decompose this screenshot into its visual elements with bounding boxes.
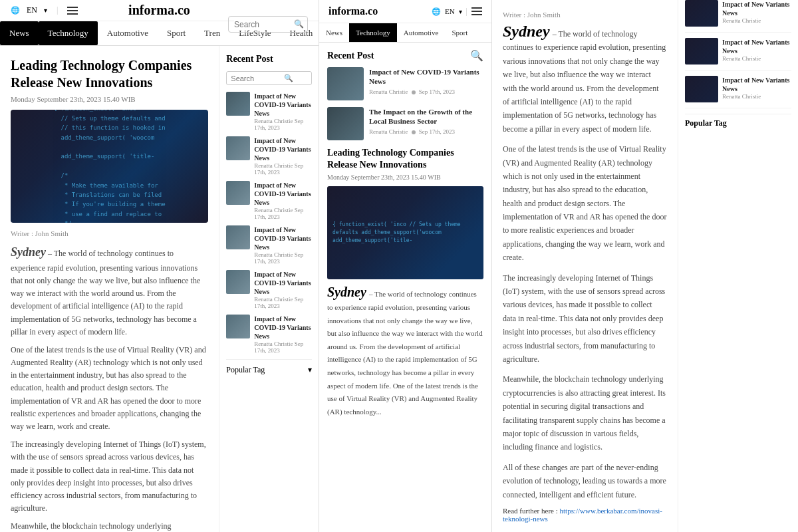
sidebar-news-title-2[interactable]: Impact of New Variants News xyxy=(722,38,791,55)
list-item: Impact of New COVID-19 Variants News Ren… xyxy=(226,270,312,309)
nav-mid-technology[interactable]: Technology xyxy=(349,23,397,42)
nav-item-tren[interactable]: Tren xyxy=(195,21,229,45)
article-body-left: Sydney – The world of technology continu… xyxy=(11,243,208,532)
article-body2-left: One of the latest trends is the use of V… xyxy=(11,344,208,433)
news-thumb-1 xyxy=(226,92,250,116)
recent-post-title-mid: Recent Post xyxy=(327,51,374,61)
news-info-3: Impact of New COVID-19 Variants News Ren… xyxy=(254,181,312,220)
article-body1-left: – The world of technology continues to e… xyxy=(11,249,200,336)
news-meta-5: Renatta Christie Sep 17th, 2023 xyxy=(254,296,312,309)
mid-news-info-2: The Impact on the Growth of the Local Bu… xyxy=(369,107,483,135)
sidebar-news-meta-3: Renatta Christie xyxy=(722,93,791,100)
hero-image-left: { function_exist( 'inco // Sets up theme… xyxy=(11,110,208,223)
sidebar-thumb-2 xyxy=(685,38,718,65)
sidebar-search-left[interactable]: 🔍 xyxy=(226,71,312,85)
news-title-1[interactable]: Impact of New COVID-19 Variants News xyxy=(254,92,312,118)
news-title-5[interactable]: Impact of New COVID-19 Variants News xyxy=(254,270,312,296)
mid-article-title: Leading Technology Companies Release New… xyxy=(327,147,483,171)
news-title-2[interactable]: Impact of New COVID-19 Variants News xyxy=(254,136,312,162)
popular-tag-chevron-icon xyxy=(305,365,312,375)
news-thumb-4 xyxy=(226,225,250,249)
mid-news-thumb-2 xyxy=(327,107,364,140)
sidebar-title-left: Recent Post xyxy=(226,54,312,65)
right-main-article: Writer : John Smith Sydney – The world o… xyxy=(492,0,678,532)
lang-selector[interactable]: EN xyxy=(27,5,37,15)
code-overlay-left: { function_exist( 'inco // Sets up theme… xyxy=(11,110,208,223)
nav-item-technology[interactable]: Technology xyxy=(39,21,98,45)
logo-left: informa.co xyxy=(128,3,190,18)
mid-news-title-2[interactable]: The Impact on the Growth of the Local Bu… xyxy=(369,107,483,126)
mid-news-title-1[interactable]: Impact of New COVID-19 Variants News xyxy=(369,67,483,86)
news-title-4[interactable]: Impact of New COVID-19 Variants News xyxy=(254,225,312,251)
lang-mid[interactable]: EN xyxy=(445,7,455,15)
left-content: Leading Technology Companies Release New… xyxy=(0,46,319,532)
news-info-1: Impact of New COVID-19 Variants News Ren… xyxy=(254,92,312,131)
nav-mid-news[interactable]: News xyxy=(319,23,349,42)
nav-item-sport[interactable]: Sport xyxy=(158,21,195,45)
news-title-3[interactable]: Impact of New COVID-19 Variants News xyxy=(254,181,312,207)
popular-tag-left[interactable]: Popular Tag xyxy=(226,359,312,380)
nav-mid-automotive[interactable]: Automotive xyxy=(397,23,446,42)
right-body2: One of the latest trends is the use of V… xyxy=(503,142,667,265)
sidebar-search-icon-left: 🔍 xyxy=(284,74,293,82)
list-item: Impact of New COVID-19 Variants News Ren… xyxy=(327,67,483,100)
list-item: Impact of New COVID-19 Variants News Ren… xyxy=(226,181,312,220)
news-thumb-3 xyxy=(226,181,250,205)
article-title-left: Leading Technology Companies Release New… xyxy=(11,57,208,91)
sidebar-info-2: Impact of New Variants News Renatta Chri… xyxy=(722,38,791,65)
right-writer: Writer : John Smith xyxy=(503,11,667,19)
hamburger-menu[interactable] xyxy=(67,7,78,15)
news-title-6[interactable]: Impact of New COVID-19 Variants News xyxy=(254,315,312,340)
news-thumb-5 xyxy=(226,270,250,294)
sidebar-thumb-3 xyxy=(685,76,718,102)
right-content: Writer : John Smith Sydney – The world o… xyxy=(492,0,798,532)
nav-item-automotive[interactable]: Automotive xyxy=(98,21,158,45)
right-article-body: Sydney – The world of technology continu… xyxy=(503,23,667,501)
list-item: Impact of New COVID-19 Variants News Ren… xyxy=(226,315,312,354)
left-sidebar: Recent Post 🔍 Impact of New COVID-19 Var… xyxy=(219,46,319,532)
globe-icon-mid xyxy=(432,7,441,17)
hamburger-mid[interactable] xyxy=(471,7,482,15)
right-body3: The increasingly developing Internet of … xyxy=(503,271,667,366)
mid-body-text: – The world of technology continues to e… xyxy=(327,290,483,415)
search-bar-left[interactable]: 🔍 xyxy=(228,16,308,33)
mid-article-date: Monday September 23th, 2023 15.40 WIB xyxy=(327,174,483,181)
news-meta-1: Renatta Christie Sep 17th, 2023 xyxy=(254,118,312,131)
writer-label-left: Writer : John Smith xyxy=(11,229,208,237)
nav-mid-sport[interactable]: Sport xyxy=(445,23,474,42)
mid-panel: informa.co EN | News Technology Automoti… xyxy=(319,0,492,532)
sidebar-card-1: Impact of New Variants News Renatta Chri… xyxy=(685,0,791,33)
right-body1: – The world of technology continues to e… xyxy=(503,29,666,134)
news-meta-3: Renatta Christie Sep 17th, 2023 xyxy=(254,207,312,220)
article-date-left: Monday September 23th, 2023 15.40 WIB xyxy=(11,95,208,103)
right-body4: Meanwhile, the blockchain technology und… xyxy=(503,372,667,454)
popular-tag-label-left: Popular Tag xyxy=(226,365,265,375)
news-info-6: Impact of New COVID-19 Variants News Ren… xyxy=(254,315,312,354)
search-icon-left: 🔍 xyxy=(294,19,304,29)
news-info-2: Impact of New COVID-19 Variants News Ren… xyxy=(254,136,312,176)
mid-news-thumb-1 xyxy=(327,67,364,100)
sidebar-search-input-left[interactable] xyxy=(231,74,284,82)
mid-hero-image: { function_exist( 'inco // Sets up theme… xyxy=(327,186,483,279)
sidebar-card-3: Impact of New Variants News Renatta Chri… xyxy=(685,76,791,108)
nav-item-news[interactable]: News xyxy=(0,21,39,45)
news-meta-2: Renatta Christie Sep 17th, 2023 xyxy=(254,162,312,176)
mid-article-body: Sydney – The world of technology continu… xyxy=(327,285,483,418)
right-body5: All of these changes are part of the nev… xyxy=(503,461,667,501)
list-item: Impact of New COVID-19 Variants News Ren… xyxy=(226,136,312,176)
article-body4-left: Meanwhile, the blockchain technology und… xyxy=(11,520,208,532)
left-panel: EN | informa.co 🔍 News Technology Automo… xyxy=(0,0,319,532)
mid-code-overlay: { function_exist( 'inco // Sets up theme… xyxy=(327,215,483,250)
sidebar-card-2: Impact of New Variants News Renatta Chri… xyxy=(685,38,791,70)
search-icon-mid[interactable]: 🔍 xyxy=(470,49,483,62)
list-item: Impact of New COVID-19 Variants News Ren… xyxy=(226,92,312,131)
sidebar-news-title-3[interactable]: Impact of New Variants News xyxy=(722,76,791,93)
sidebar-news-title-1[interactable]: Impact of New Variants News xyxy=(722,0,791,17)
mid-article-section: Leading Technology Companies Release New… xyxy=(327,147,483,418)
left-main-article: Leading Technology Companies Release New… xyxy=(0,46,219,532)
sidebar-news-list-left: Impact of New COVID-19 Variants News Ren… xyxy=(226,92,312,354)
search-input-left[interactable] xyxy=(234,20,294,29)
list-item: The Impact on the Growth of the Local Bu… xyxy=(327,107,483,140)
sidebar-info-1: Impact of New Variants News Renatta Chri… xyxy=(722,0,791,27)
mid-news-info-1: Impact of New COVID-19 Variants News Ren… xyxy=(369,67,483,95)
